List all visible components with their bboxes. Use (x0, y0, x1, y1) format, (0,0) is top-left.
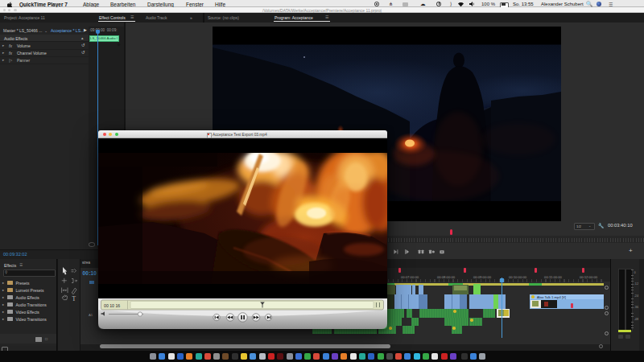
svg-text:00 10 16: 00 10 16 (104, 303, 120, 308)
svg-text:T: T (72, 295, 76, 302)
